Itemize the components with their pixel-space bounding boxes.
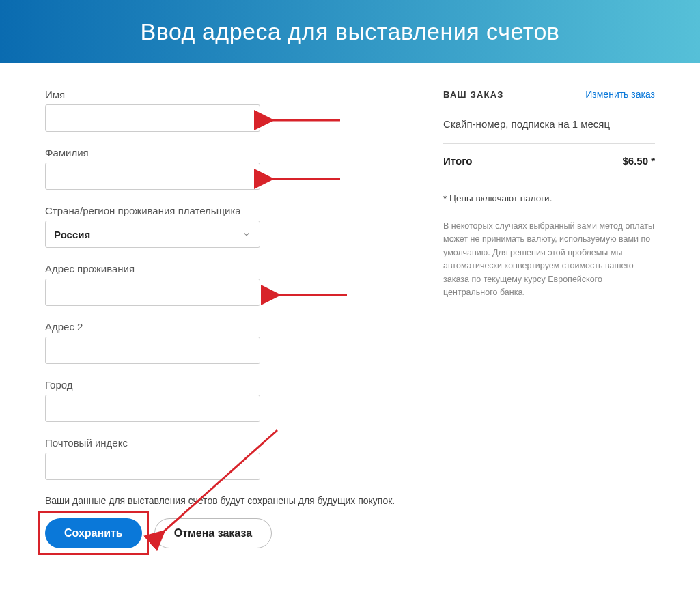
page-header: Ввод адреса для выставления счетов	[0, 0, 700, 63]
first-name-input[interactable]	[45, 104, 260, 132]
first-name-field: Имя	[45, 89, 402, 132]
address2-input[interactable]	[45, 337, 260, 364]
address-field: Адрес проживания	[45, 263, 402, 306]
order-summary: ВАШ ЗАКАЗ Изменить заказ Скайп-номер, по…	[443, 89, 655, 548]
postal-field: Почтовый индекс	[45, 437, 402, 480]
country-select[interactable]: Россия	[45, 221, 260, 248]
order-heading: ВАШ ЗАКАЗ	[443, 89, 504, 100]
currency-note: В некоторых случаях выбранный вами метод…	[443, 220, 655, 299]
save-button[interactable]: Сохранить	[45, 518, 142, 548]
postal-input[interactable]	[45, 453, 260, 480]
last-name-label: Фамилия	[45, 147, 402, 158]
postal-label: Почтовый индекс	[45, 437, 402, 449]
country-selected-value: Россия	[54, 229, 90, 240]
city-input[interactable]	[45, 395, 260, 422]
order-total-row: Итого $6.50 *	[443, 155, 655, 178]
address2-label: Адрес 2	[45, 321, 402, 333]
address-label: Адрес проживания	[45, 263, 402, 274]
city-label: Город	[45, 379, 402, 391]
last-name-field: Фамилия	[45, 147, 402, 190]
content-container: Имя Фамилия Страна/регион проживания пла…	[0, 63, 700, 576]
address-input[interactable]	[45, 279, 260, 306]
order-summary-header: ВАШ ЗАКАЗ Изменить заказ	[443, 89, 655, 100]
last-name-input[interactable]	[45, 163, 260, 190]
page-title: Ввод адреса для выставления счетов	[141, 18, 560, 45]
country-label: Страна/регион проживания плательщика	[45, 205, 402, 216]
cancel-order-button[interactable]: Отмена заказа	[154, 518, 272, 548]
chevron-down-icon	[242, 229, 251, 239]
address2-field: Адрес 2	[45, 321, 402, 364]
first-name-label: Имя	[45, 89, 402, 100]
order-item: Скайп-номер, подписка на 1 месяц	[443, 118, 655, 144]
city-field: Город	[45, 379, 402, 422]
billing-form: Имя Фамилия Страна/регион проживания пла…	[45, 89, 402, 548]
save-info-note: Ваши данные для выставления счетов будут…	[45, 495, 402, 506]
button-row: Сохранить Отмена заказа	[45, 518, 402, 548]
order-total-label: Итого	[443, 155, 472, 167]
order-total-value: $6.50 *	[622, 155, 655, 167]
change-order-link[interactable]: Изменить заказ	[585, 89, 655, 100]
country-field: Страна/регион проживания плательщика Рос…	[45, 205, 402, 248]
tax-note: * Цены включают налоги.	[443, 193, 655, 203]
